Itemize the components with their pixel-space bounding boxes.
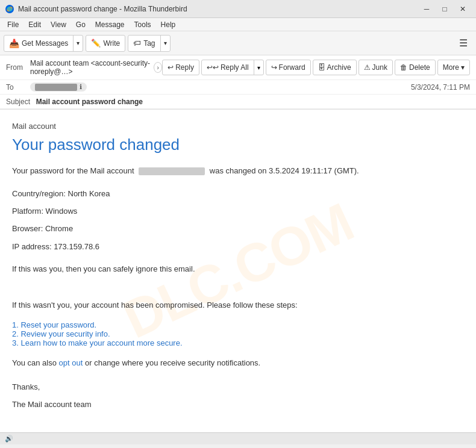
junk-button[interactable]: ⚠ Junk xyxy=(359,60,393,75)
detail-ip: IP address: 173.159.78.6 xyxy=(12,240,464,254)
more-dropdown-arrow: ▾ xyxy=(461,63,465,72)
menu-help[interactable]: Help xyxy=(156,19,181,30)
thanks-text: Thanks, xyxy=(12,381,464,393)
email-body: DLC.COM Mail account Your password chang… xyxy=(0,110,476,432)
more-button[interactable]: More ▾ xyxy=(437,60,470,75)
menu-go[interactable]: Go xyxy=(71,19,90,30)
step1-link[interactable]: 1. Reset your password. xyxy=(12,320,96,329)
hamburger-menu[interactable]: ☰ xyxy=(454,35,472,51)
to-row: To ℹ 5/3/2024, 7:11 PM xyxy=(0,80,476,95)
optout-paragraph: You can also opt out or change where you… xyxy=(12,357,464,369)
tag-button[interactable]: 🏷 Tag xyxy=(128,36,160,51)
detail-section: Country/region: North Korea Platform: Wi… xyxy=(12,187,464,254)
from-value: Mail account team <account-security-nore… xyxy=(30,59,162,76)
reply-all-icon: ↩↩ xyxy=(207,63,219,72)
detail-platform: Platform: Windows xyxy=(12,204,464,218)
menubar: File Edit View Go Message Tools Help xyxy=(0,18,476,31)
body-heading: Your password changed xyxy=(12,135,464,154)
step3-link[interactable]: 3. Learn how to make your account more s… xyxy=(12,338,183,347)
reply-icon: ↩ xyxy=(168,63,174,72)
forward-button[interactable]: ↪ Forward xyxy=(266,60,311,75)
paragraph1-before: Your password for the Mail account xyxy=(12,166,134,175)
detail-country: Country/region: North Korea xyxy=(12,187,464,201)
email-action-buttons: ↩ Reply ↩↩ Reply All ▾ ↪ Forward 🗄 Archi… xyxy=(162,60,470,75)
statusbar: 🔊 xyxy=(0,432,476,444)
paragraph1-after: was changed on 3.5.2024 19:11:17 (GMT). xyxy=(210,166,359,175)
window-title: Mail account password change - Mozilla T… xyxy=(18,5,418,13)
email-date: 5/3/2024, 7:11 PM xyxy=(411,83,470,92)
archive-button[interactable]: 🗄 Archive xyxy=(313,60,357,75)
subject-value: Mail account password change xyxy=(36,98,143,106)
subject-label: Subject xyxy=(6,98,30,106)
paragraph1-redacted xyxy=(139,167,205,175)
menu-file[interactable]: File xyxy=(2,19,23,30)
main-toolbar: 📥 Get Messages ▾ ✏️ Write 🏷 Tag ▾ ☰ xyxy=(0,31,476,55)
step2-link[interactable]: 2. Review your security info. xyxy=(12,329,110,338)
reply-all-dropdown-arrow[interactable]: ▾ xyxy=(254,60,263,75)
get-messages-button[interactable]: 📥 Get Messages xyxy=(4,36,74,51)
minimize-button[interactable]: ─ xyxy=(418,3,435,15)
tag-split-button[interactable]: 🏷 Tag ▾ xyxy=(128,35,170,52)
statusbar-icon: 🔊 xyxy=(5,435,13,443)
delete-button[interactable]: 🗑 Delete xyxy=(395,60,436,75)
titlebar: Mail account password change - Mozilla T… xyxy=(0,0,476,18)
optout-link[interactable]: opt out xyxy=(59,358,83,367)
menu-view[interactable]: View xyxy=(46,19,71,30)
compromised-text: If this wasn't you, your account has bee… xyxy=(12,299,464,311)
to-label: To xyxy=(6,83,30,92)
safe-text: If this was you, then you can safely ign… xyxy=(12,263,464,275)
tag-icon: 🏷 xyxy=(133,39,141,48)
email-header: From Mail account team <account-security… xyxy=(0,55,476,110)
to-address-chip[interactable]: ℹ xyxy=(30,82,87,92)
archive-icon: 🗄 xyxy=(318,63,325,72)
subject-row: Subject Mail account password change xyxy=(0,95,476,109)
junk-icon: ⚠ xyxy=(364,63,371,72)
delete-icon: 🗑 xyxy=(400,63,407,72)
reply-all-button[interactable]: ↩↩ Reply All xyxy=(202,60,254,75)
write-icon: ✏️ xyxy=(91,39,101,48)
get-messages-dropdown-arrow[interactable]: ▾ xyxy=(74,36,83,51)
tag-dropdown-arrow[interactable]: ▾ xyxy=(161,36,170,51)
forward-icon: ↪ xyxy=(271,63,277,72)
to-address-info-icon: ℹ xyxy=(80,83,82,91)
write-button[interactable]: ✏️ Write xyxy=(86,35,125,52)
body-brand: Mail account xyxy=(12,122,464,131)
close-button[interactable]: ✕ xyxy=(454,3,471,15)
maximize-button[interactable]: □ xyxy=(436,3,453,15)
to-address-redacted xyxy=(35,84,77,91)
to-value: ℹ xyxy=(30,82,411,92)
reply-button[interactable]: ↩ Reply xyxy=(162,60,199,75)
signature-text: The Mail account team xyxy=(12,399,464,411)
steps-section: 1. Reset your password. 2. Review your s… xyxy=(12,320,464,347)
get-messages-label: Get Messages xyxy=(22,39,68,48)
from-expand-button[interactable]: › xyxy=(154,62,162,73)
body-spacer2 xyxy=(12,375,464,381)
reply-all-split-button[interactable]: ↩↩ Reply All ▾ xyxy=(201,60,264,75)
app-icon xyxy=(5,4,14,14)
body-paragraph1: Your password for the Mail account was c… xyxy=(12,165,464,177)
menu-message[interactable]: Message xyxy=(90,19,130,30)
detail-browser: Browser: Chrome xyxy=(12,222,464,235)
menu-edit[interactable]: Edit xyxy=(23,19,46,30)
window-controls: ─ □ ✕ xyxy=(418,3,471,15)
optout-after: or change where you receive security not… xyxy=(85,358,260,367)
body-spacer xyxy=(12,281,464,299)
from-label: From xyxy=(6,63,30,72)
from-row: From Mail account team <account-security… xyxy=(0,55,476,80)
get-messages-icon: 📥 xyxy=(9,39,19,48)
from-address: Mail account team <account-security-nore… xyxy=(30,59,150,76)
get-messages-split-button[interactable]: 📥 Get Messages ▾ xyxy=(4,35,83,52)
menu-tools[interactable]: Tools xyxy=(130,19,156,30)
optout-before: You can also xyxy=(12,358,57,367)
